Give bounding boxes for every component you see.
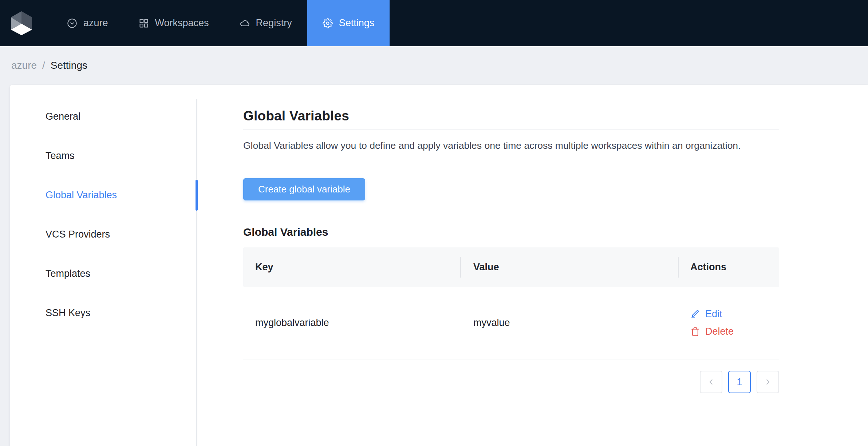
main-panel: Global Variables Global Variables allow … bbox=[243, 85, 779, 393]
sidebar-item-label: Templates bbox=[46, 268, 90, 279]
nav-item-registry[interactable]: Registry bbox=[224, 0, 307, 46]
page-description: Global Variables allow you to define and… bbox=[243, 138, 775, 154]
breadcrumb-separator: / bbox=[42, 60, 45, 71]
sidebar-item-global-variables[interactable]: Global Variables bbox=[10, 175, 194, 215]
column-header-actions: Actions bbox=[678, 247, 779, 287]
content-card: General Teams Global Variables VCS Provi… bbox=[10, 85, 868, 446]
settings-sidebar: General Teams Global Variables VCS Provi… bbox=[10, 97, 194, 332]
chevron-left-icon bbox=[706, 377, 716, 387]
nav-item-label: Registry bbox=[256, 17, 292, 29]
table-header-row: Key Value Actions bbox=[243, 247, 779, 287]
cell-actions: Edit Delete bbox=[678, 308, 779, 337]
pencil-icon bbox=[690, 309, 700, 319]
pagination-next-button[interactable] bbox=[757, 371, 779, 393]
nav-item-workspaces[interactable]: Workspaces bbox=[123, 0, 224, 46]
nav-item-label: azure bbox=[83, 17, 108, 29]
table-heading: Global Variables bbox=[243, 224, 779, 240]
create-global-variable-button[interactable]: Create global variable bbox=[243, 178, 365, 200]
nav-item-organization[interactable]: azure bbox=[52, 0, 123, 46]
chevron-circle-icon bbox=[67, 18, 77, 28]
page-title: Global Variables bbox=[243, 107, 779, 125]
breadcrumb-org-link[interactable]: azure bbox=[11, 60, 37, 71]
brand-logo[interactable] bbox=[0, 0, 32, 46]
global-variables-table: Key Value Actions myglobalvariable myval… bbox=[243, 247, 779, 359]
chevron-right-icon bbox=[763, 377, 773, 387]
sidebar-item-vcs-providers[interactable]: VCS Providers bbox=[10, 215, 194, 254]
sidebar-item-label: Global Variables bbox=[46, 190, 117, 201]
trash-icon bbox=[690, 327, 700, 337]
sidebar-item-templates[interactable]: Templates bbox=[10, 254, 194, 293]
nav-item-settings[interactable]: Settings bbox=[307, 0, 390, 46]
edit-action-link[interactable]: Edit bbox=[690, 308, 779, 320]
grid-icon bbox=[139, 18, 149, 28]
cube-logo-icon bbox=[11, 11, 32, 35]
title-divider bbox=[243, 129, 779, 130]
nav-item-label: Workspaces bbox=[155, 17, 209, 29]
nav-menu: azure Workspaces Registry bbox=[52, 0, 390, 46]
edit-action-label: Edit bbox=[705, 308, 722, 320]
pagination-prev-button[interactable] bbox=[700, 371, 722, 393]
nav-item-label: Settings bbox=[339, 17, 375, 29]
gear-icon bbox=[323, 18, 333, 28]
delete-action-link[interactable]: Delete bbox=[690, 326, 779, 337]
table-row: myglobalvariable myvalue Edit bbox=[243, 287, 779, 359]
column-header-value: Value bbox=[460, 247, 678, 287]
breadcrumb: azure / Settings bbox=[0, 46, 868, 85]
column-header-key: Key bbox=[243, 247, 460, 287]
sidebar-item-label: SSH Keys bbox=[46, 307, 90, 319]
sidebar-item-general[interactable]: General bbox=[10, 97, 194, 136]
sidebar-item-teams[interactable]: Teams bbox=[10, 136, 194, 175]
sidebar-active-indicator bbox=[196, 180, 198, 211]
pagination: 1 bbox=[243, 371, 779, 393]
pagination-page-1-button[interactable]: 1 bbox=[728, 371, 751, 393]
delete-action-label: Delete bbox=[705, 326, 734, 337]
sidebar-divider bbox=[196, 99, 197, 446]
sidebar-item-ssh-keys[interactable]: SSH Keys bbox=[10, 293, 194, 332]
cell-key: myglobalvariable bbox=[243, 317, 460, 328]
cell-value: myvalue bbox=[460, 317, 678, 328]
breadcrumb-current-page: Settings bbox=[51, 60, 87, 71]
sidebar-item-label: General bbox=[46, 111, 80, 122]
top-navbar: azure Workspaces Registry bbox=[0, 0, 868, 46]
cloud-icon bbox=[240, 18, 250, 28]
sidebar-item-label: Teams bbox=[46, 150, 75, 162]
sidebar-item-label: VCS Providers bbox=[46, 229, 110, 240]
